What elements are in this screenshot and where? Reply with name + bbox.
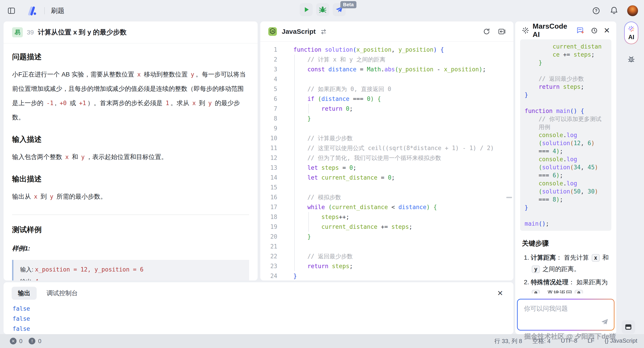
tab-debug-console[interactable]: 调试控制台 (46, 289, 78, 298)
new-chat-icon[interactable] (576, 26, 584, 35)
line-number: 21 (260, 242, 285, 252)
debug-rail-icon[interactable] (626, 54, 636, 64)
editor-scrollbar-marker[interactable] (506, 197, 512, 198)
topbar-divider (44, 7, 45, 14)
sidebar-toggle-icon[interactable] (7, 6, 16, 16)
code-line: let steps = 0; (294, 163, 494, 173)
language-label: JavaScript (282, 28, 316, 35)
format-code-icon[interactable] (497, 27, 506, 36)
code-line: } (524, 91, 607, 99)
code-line: } (524, 58, 607, 67)
key-step-item: 计算距离： 首先计算 x 和 y 之间的距离。 (531, 252, 611, 275)
svg-text:JS: JS (271, 30, 274, 33)
tab-output[interactable]: 输出 (12, 287, 37, 300)
code-editor[interactable]: 123456789101112131415161718192021222324 … (260, 42, 514, 280)
code-line: === 8); (524, 196, 607, 204)
code-line: (solution(50, 30) (524, 188, 607, 196)
ai-panel-body: current_distan ce += steps; } // 返回最少步数 … (515, 39, 616, 294)
marscode-ai-panel: MarsCode AI ✕ current_distan ce += steps… (515, 22, 616, 334)
console-output-line: false (12, 304, 504, 314)
run-controls (300, 3, 346, 16)
line-number: 2 (260, 54, 285, 64)
marscode-logo[interactable] (26, 5, 38, 16)
help-icon[interactable]: ? (591, 6, 601, 16)
indent-guide (308, 104, 309, 114)
code-line: } (294, 232, 494, 242)
problem-panel: 易 39 计算从位置 x 到 y 的最少步数 问题描述 小F正在进行一个 AB … (4, 22, 258, 280)
key-steps-heading: 关键步骤 (522, 239, 611, 248)
code-line: while (current_distance < distance) { (294, 202, 494, 212)
code-line: (solution(12, 6) (524, 139, 607, 147)
ai-assistant-toggle[interactable]: AI (624, 22, 638, 44)
line-number: 14 (260, 173, 285, 182)
sample1-label: 样例1: (12, 244, 249, 253)
input-description-text: 输入包含两个整数 x 和 y，表示起始位置和目标位置。 (12, 150, 249, 164)
console-output-line: false (12, 324, 504, 334)
sample1-output-line: 输出: 4 (20, 276, 242, 280)
section-divider (12, 214, 249, 215)
code-line: current_distance += steps; (294, 222, 494, 232)
ai-code-block: current_distan ce += steps; } // 返回最少步数 … (520, 39, 611, 231)
app-section-label: 刷题 (51, 6, 64, 16)
errors-count: 0 (19, 338, 22, 345)
difficulty-badge: 易 (12, 27, 23, 37)
debug-button[interactable] (316, 3, 329, 16)
javascript-icon: JS (268, 26, 278, 37)
code-line: } (294, 271, 494, 280)
send-message-icon[interactable] (600, 318, 609, 326)
sample1-input-line: 输入: x_position = 12, y_position = 6 (20, 264, 242, 276)
problems-summary[interactable]: ✕ 0 ! 0 (10, 338, 41, 345)
line-number: 19 (260, 222, 285, 232)
bug-icon (318, 5, 327, 14)
right-rail: AI (618, 22, 644, 334)
section-heading-input: 输入描述 (12, 134, 249, 144)
line-number: 10 (260, 133, 285, 143)
output-tabs: 输出 调试控制台 ✕ (4, 282, 514, 300)
toggle-bottom-panel-button[interactable] (622, 320, 635, 334)
line-number: 6 (260, 94, 285, 104)
code-line: console.log (524, 131, 607, 139)
code-line: === 6); (524, 171, 607, 179)
run-button[interactable] (300, 3, 312, 16)
switch-language-icon[interactable] (319, 27, 328, 36)
ai-chat-input[interactable] (518, 300, 614, 330)
line-number: 13 (260, 163, 285, 173)
code-line (524, 99, 607, 107)
beta-badge: Beta (340, 1, 356, 8)
code-line: return steps; (294, 261, 494, 271)
close-output-panel-icon[interactable]: ✕ (497, 289, 505, 298)
code-line: const distance = Math.abs(y_position - x… (294, 64, 494, 74)
line-number: 23 (260, 261, 285, 271)
section-heading-samples: 测试样例 (12, 225, 249, 235)
code-line: } (294, 114, 494, 124)
code-line: // 计算最少步数 (294, 133, 494, 143)
line-number: 15 (260, 182, 285, 192)
code-line: // 模拟步数 (294, 192, 494, 202)
code-line: function solution(x_position, y_position… (294, 45, 494, 54)
line-number: 11 (260, 143, 285, 153)
line-number: 20 (260, 232, 285, 242)
ai-pill-label: AI (628, 34, 634, 41)
console-output-line: false (12, 314, 504, 324)
panel-bottom-icon (624, 323, 632, 331)
ai-panel-header: MarsCode AI ✕ (515, 22, 616, 39)
notifications-bell-icon[interactable] (609, 6, 619, 16)
code-line: (solution(34, 45) (524, 163, 607, 171)
watermark: 掘金技术社区 @ 夕阳西下de猹 (524, 332, 616, 341)
ai-panel-title: MarsCode AI (533, 22, 576, 39)
code-line (524, 212, 607, 220)
code-line: === 4); (524, 147, 607, 155)
avatar[interactable] (627, 5, 638, 16)
history-icon[interactable] (590, 26, 598, 35)
reset-code-icon[interactable] (482, 27, 491, 36)
code-line: console.log (524, 179, 607, 188)
problem-header: 易 39 计算从位置 x 到 y 的最少步数 (4, 22, 258, 44)
play-icon (302, 5, 310, 14)
code-line (524, 67, 607, 75)
output-panel: 输出 调试控制台 ✕ falsefalsefalse (4, 282, 514, 334)
cursor-position[interactable]: 行 33, 列 8 (494, 337, 522, 345)
code-line (294, 182, 494, 192)
problem-number: 39 (27, 29, 34, 36)
line-number-gutter: 123456789101112131415161718192021222324 (260, 45, 285, 280)
close-ai-panel-icon[interactable]: ✕ (604, 26, 610, 34)
